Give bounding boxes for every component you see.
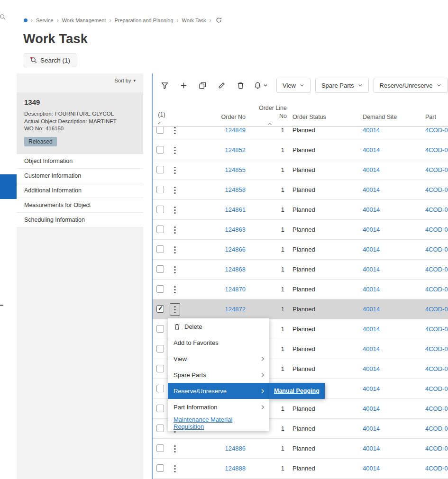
- order-no-link[interactable]: 124858: [181, 180, 246, 199]
- table-row[interactable]: 124849 1 Planned 40014 4COD-05: [153, 127, 448, 140]
- breadcrumb-item-preparation-and-planning[interactable]: Preparation and Planning: [114, 18, 173, 23]
- duplicate-icon[interactable]: [197, 80, 208, 91]
- sidebar-nav-item[interactable]: Measurements for Object: [17, 198, 143, 213]
- menu-item-reserve-unreserve[interactable]: Reserve/Unreserve: [168, 383, 269, 399]
- demand-site-link[interactable]: 40014: [363, 439, 415, 458]
- part-link[interactable]: 4COD-05: [425, 399, 448, 418]
- table-row[interactable]: 124863 1 Planned 40014 4COD-05: [153, 220, 448, 240]
- part-link[interactable]: 4COD-05: [425, 379, 448, 398]
- order-no-link[interactable]: 124888: [181, 459, 246, 478]
- refresh-icon[interactable]: [216, 17, 222, 23]
- rail-search-icon[interactable]: [0, 13, 6, 22]
- part-link[interactable]: 4COD-05: [425, 127, 448, 140]
- part-link[interactable]: 4COD-05: [425, 339, 448, 359]
- part-link[interactable]: 4COD-05: [425, 319, 448, 339]
- demand-site-link[interactable]: 40014: [363, 240, 415, 259]
- row-checkbox[interactable]: [156, 186, 164, 193]
- demand-site-link[interactable]: 40014: [363, 160, 415, 180]
- part-link[interactable]: 4COD-05: [425, 240, 448, 259]
- part-link[interactable]: 4COD-05: [425, 359, 448, 379]
- edit-icon[interactable]: [216, 80, 227, 91]
- row-checkbox[interactable]: [156, 146, 164, 154]
- spare-parts-button[interactable]: Spare Parts: [315, 78, 369, 93]
- table-row[interactable]: 124868 1 Planned 40014 4COD-05: [153, 260, 448, 280]
- notifications-dropdown[interactable]: [254, 81, 268, 90]
- table-row[interactable]: 124855 1 Planned 40014 4COD-05: [153, 160, 448, 180]
- demand-site-link[interactable]: 40014: [363, 140, 415, 160]
- kebab-icon[interactable]: [170, 462, 180, 475]
- submenu-item-manual-pegging[interactable]: Manual Pegging: [269, 383, 325, 399]
- menu-item-part-information[interactable]: Part Information: [168, 399, 269, 415]
- kebab-icon[interactable]: [170, 244, 180, 256]
- row-checkbox[interactable]: [156, 206, 164, 213]
- filter-icon[interactable]: [159, 80, 170, 91]
- kebab-icon[interactable]: [170, 184, 180, 196]
- demand-site-link[interactable]: 40014: [363, 180, 415, 199]
- demand-site-link[interactable]: 40014: [363, 339, 415, 359]
- add-icon[interactable]: [178, 80, 189, 91]
- order-no-link[interactable]: 124855: [181, 160, 246, 180]
- kebab-icon[interactable]: [170, 164, 180, 176]
- row-checkbox[interactable]: [156, 285, 164, 293]
- demand-site-link[interactable]: 40014: [363, 127, 415, 140]
- part-link[interactable]: 4COD-05: [425, 200, 448, 219]
- demand-site-link[interactable]: 40014: [363, 220, 415, 239]
- search-button[interactable]: Search (1): [24, 53, 76, 67]
- column-header-part[interactable]: Part: [425, 114, 436, 120]
- row-checkbox[interactable]: [156, 385, 164, 392]
- menu-item-spare-parts[interactable]: Spare Parts: [168, 367, 269, 383]
- order-no-link[interactable]: 124886: [181, 439, 246, 458]
- menu-item-maintenance-material-requisition[interactable]: Maintenance Material Requisition: [168, 415, 269, 431]
- demand-site-link[interactable]: 40014: [363, 459, 415, 478]
- column-header-demand-site[interactable]: Demand Site: [363, 114, 397, 120]
- part-link[interactable]: 4COD-05: [425, 299, 448, 319]
- demand-site-link[interactable]: 40014: [363, 299, 415, 319]
- sidebar-nav-item[interactable]: Customer Information: [17, 169, 143, 183]
- kebab-icon[interactable]: [170, 263, 180, 276]
- row-checkbox[interactable]: [156, 464, 164, 472]
- kebab-icon[interactable]: [170, 283, 180, 296]
- table-row[interactable]: 124852 1 Planned 40014 4COD-05: [153, 140, 448, 160]
- row-checkbox[interactable]: [156, 425, 164, 432]
- row-checkbox[interactable]: [156, 405, 164, 412]
- part-link[interactable]: 4COD-05: [425, 140, 448, 160]
- row-checkbox[interactable]: [156, 325, 164, 333]
- demand-site-link[interactable]: 40014: [363, 200, 415, 219]
- table-row[interactable]: 124872 1 Planned 40014 4COD-05: [153, 299, 448, 319]
- part-link[interactable]: 4COD-05: [425, 180, 448, 199]
- order-no-link[interactable]: 124866: [181, 240, 246, 259]
- row-checkbox[interactable]: [156, 345, 164, 352]
- order-no-link[interactable]: 124870: [181, 280, 246, 299]
- part-link[interactable]: 4COD-05: [425, 280, 448, 299]
- row-checkbox[interactable]: [156, 365, 164, 372]
- kebab-icon[interactable]: [170, 303, 180, 316]
- table-row[interactable]: 124886 1 Planned 40014 4COD-05: [153, 439, 448, 459]
- demand-site-link[interactable]: 40014: [363, 280, 415, 299]
- part-link[interactable]: 4COD-05: [425, 419, 448, 438]
- sidebar-nav-item[interactable]: Object Information: [17, 154, 143, 169]
- column-header-order-line-no[interactable]: Order Line No: [256, 104, 287, 120]
- table-row[interactable]: 124861 1 Planned 40014 4COD-05: [153, 200, 448, 220]
- table-row[interactable]: 124888 1 Planned 40014 4COD-05: [153, 459, 448, 479]
- row-checkbox[interactable]: [156, 444, 164, 452]
- order-no-link[interactable]: 124868: [181, 260, 246, 279]
- view-button[interactable]: View: [276, 78, 311, 93]
- row-checkbox[interactable]: [156, 305, 164, 313]
- menu-item-delete[interactable]: Delete: [168, 318, 269, 334]
- row-checkbox[interactable]: [156, 265, 164, 273]
- menu-item-view[interactable]: View: [168, 351, 269, 367]
- part-link[interactable]: 4COD-05: [425, 260, 448, 279]
- part-link[interactable]: 4COD-05: [425, 459, 448, 478]
- kebab-icon[interactable]: [170, 443, 180, 455]
- demand-site-link[interactable]: 40014: [363, 399, 415, 418]
- demand-site-link[interactable]: 40014: [363, 379, 415, 398]
- demand-site-link[interactable]: 40014: [363, 260, 415, 279]
- part-link[interactable]: 4COD-05: [425, 220, 448, 239]
- sort-by-control[interactable]: Sort by ▾: [115, 78, 136, 83]
- table-row[interactable]: 124866 1 Planned 40014 4COD-05: [153, 240, 448, 260]
- kebab-icon[interactable]: [170, 144, 180, 156]
- order-no-link[interactable]: 124863: [181, 220, 246, 239]
- order-no-link[interactable]: 124852: [181, 140, 246, 160]
- breadcrumb-item-work-management[interactable]: Work Management: [62, 18, 106, 23]
- column-header-order-status[interactable]: Order Status: [293, 114, 326, 120]
